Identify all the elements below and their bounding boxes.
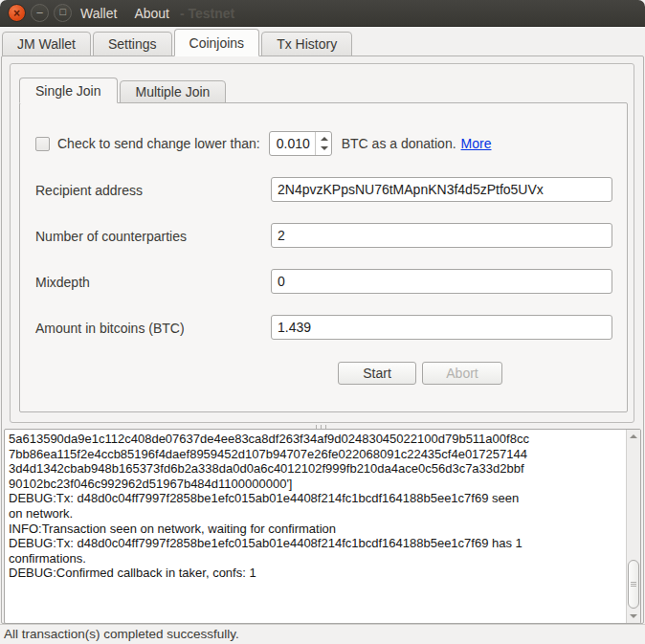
donation-amount-value: 0.010 (277, 136, 310, 151)
log-line: 7bb86ea115f2e4ccb85196f4daef8959452d107b… (9, 447, 623, 462)
abort-button[interactable]: Abort (422, 362, 502, 385)
amount-input[interactable] (271, 315, 612, 340)
donation-amount-spinner[interactable]: 0.010 (269, 131, 332, 156)
log-line: on network. (9, 506, 623, 522)
scrollbar-thumb[interactable] (628, 560, 639, 609)
thumb-grip-icon (631, 582, 636, 587)
log-line: DEBUG:Confirmed callback in taker, confs… (9, 566, 623, 581)
scroll-down-icon[interactable] (627, 610, 640, 623)
recipient-address-label: Recipient address (35, 183, 143, 198)
maximize-button[interactable]: ☐ (54, 4, 72, 22)
titlebar: × − ☐ Wallet About - Testnet (0, 0, 645, 27)
mixdepth-input[interactable] (271, 269, 612, 294)
menubar: Wallet About - Testnet (72, 0, 234, 27)
close-button[interactable]: × (8, 4, 26, 22)
log-line: confirmations. (9, 551, 623, 566)
menu-about[interactable]: About (125, 0, 178, 27)
join-subtabbar: Single Join Multiple Join (19, 78, 228, 103)
counterparties-label: Number of counterparties (35, 229, 187, 244)
subtab-multiple-join[interactable]: Multiple Join (120, 80, 227, 103)
tab-tx-history[interactable]: Tx History (261, 32, 352, 56)
status-message: All transaction(s) completed successfull… (4, 627, 239, 641)
close-icon: × (13, 8, 20, 19)
tab-settings[interactable]: Settings (93, 32, 172, 56)
counterparties-input[interactable] (271, 223, 612, 248)
main-tabbar: JM Wallet Settings Coinjoins Tx History (2, 29, 354, 56)
donation-checkbox[interactable] (35, 137, 50, 151)
minimize-button[interactable]: − (31, 4, 49, 22)
tab-coinjoins[interactable]: Coinjoins (174, 29, 260, 56)
donation-label: Check to send change lower than: (57, 136, 260, 151)
start-button[interactable]: Start (338, 362, 416, 385)
log-line: 3d4d1342cbab948b165373fd6b2a338da0d0a6c4… (9, 461, 623, 477)
donation-row: Check to send change lower than: 0.010 B… (35, 131, 491, 156)
subtab-single-join[interactable]: Single Join (19, 78, 118, 103)
minimize-icon: − (36, 7, 44, 19)
more-link[interactable]: More (461, 136, 492, 151)
amount-label: Amount in bitcoins (BTC) (35, 321, 185, 336)
window-title: - Testnet (180, 6, 234, 21)
log-line: 90102bc23f046c992962d51967b484d110000000… (9, 477, 623, 492)
spinner-down-icon[interactable] (321, 146, 328, 150)
tab-jm-wallet[interactable]: JM Wallet (2, 32, 91, 56)
app-window: × − ☐ Wallet About - Testnet JM Wallet S… (0, 0, 645, 644)
log-line: 5a613590da9e1c112c408de07637de4ee83ca8df… (9, 432, 623, 447)
log-line: DEBUG:Tx: d48d0c04ff7997f2858be1efc015ab… (9, 536, 623, 551)
recipient-address-input[interactable] (271, 177, 612, 202)
log-line: DEBUG:Tx: d48d0c04ff7997f2858be1efc015ab… (9, 491, 623, 506)
maximize-icon: ☐ (58, 9, 66, 17)
spinner-arrows (315, 132, 331, 155)
log-lines: 5a613590da9e1c112c408de07637de4ee83ca8df… (9, 432, 623, 581)
menu-wallet[interactable]: Wallet (72, 0, 125, 27)
scroll-up-icon[interactable] (627, 430, 640, 443)
log-line: INFO:Transaction seen on network, waitin… (9, 522, 623, 537)
log-output[interactable]: 5a613590da9e1c112c408de07637de4ee83ca8df… (4, 429, 641, 624)
donation-suffix: BTC as a donation. (342, 136, 456, 151)
spinner-up-icon[interactable] (321, 137, 328, 141)
status-bar: All transaction(s) completed successfull… (0, 624, 645, 644)
log-scrollbar[interactable] (626, 430, 640, 623)
mixdepth-label: Mixdepth (35, 275, 90, 290)
